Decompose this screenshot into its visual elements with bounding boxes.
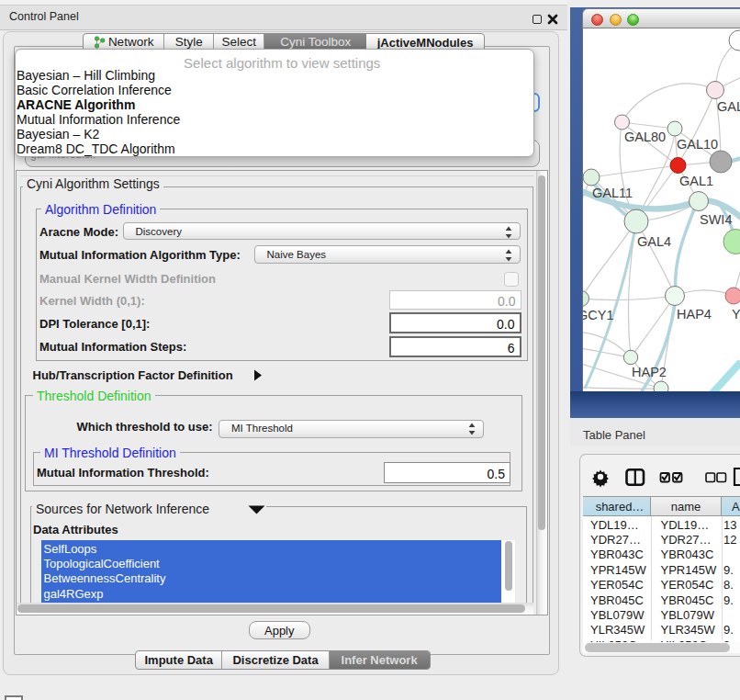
svg-text:GAL4: GAL4 [637, 234, 671, 249]
svg-text:HAP2: HAP2 [632, 365, 667, 379]
svg-text:GAL10: GAL10 [677, 137, 718, 152]
svg-text:GAL7: GAL7 [717, 99, 740, 114]
svg-text:GAL11: GAL11 [592, 186, 633, 200]
svg-text:GAL80: GAL80 [624, 130, 666, 144]
svg-text:SWI4: SWI4 [700, 212, 732, 227]
svg-text:YE: YE [732, 307, 740, 322]
svg-text:GAL1: GAL1 [679, 174, 713, 188]
svg-text:GCY1: GCY1 [583, 308, 614, 322]
svg-text:HAP4: HAP4 [677, 307, 712, 322]
